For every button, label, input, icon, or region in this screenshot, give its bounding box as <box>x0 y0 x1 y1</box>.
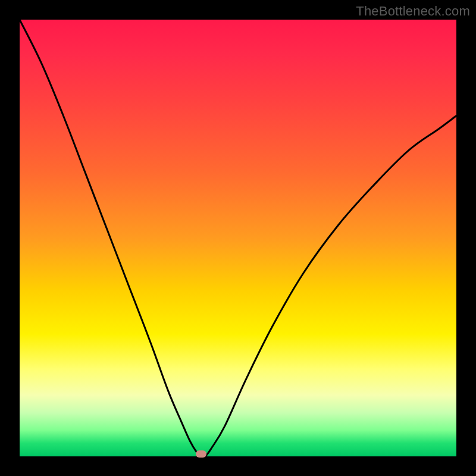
watermark-text: TheBottleneck.com <box>356 4 470 19</box>
chart-frame: TheBottleneck.com <box>0 0 476 476</box>
plot-area <box>20 20 456 456</box>
optimal-point-marker <box>196 450 206 458</box>
curve-path <box>20 20 456 458</box>
bottleneck-curve <box>20 20 456 456</box>
